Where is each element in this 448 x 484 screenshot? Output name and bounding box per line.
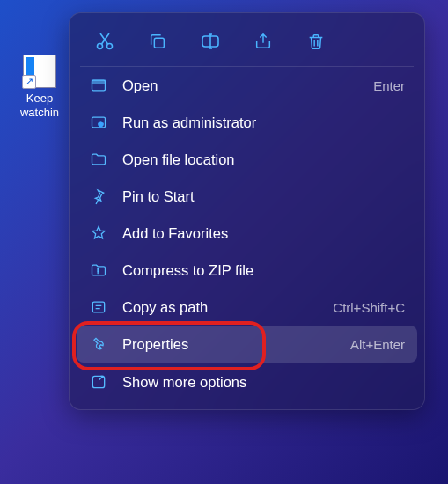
menu-item-add-favorites[interactable]: Add to Favorites <box>77 215 417 252</box>
svg-rect-2 <box>154 38 164 48</box>
more-options-icon <box>89 372 108 392</box>
menu-item-properties[interactable]: Properties Alt+Enter <box>77 326 417 363</box>
menu-item-compress[interactable]: Compress to ZIP file <box>77 252 417 289</box>
menu-item-label: Compress to ZIP file <box>122 262 405 279</box>
svg-rect-5 <box>92 80 106 83</box>
menu-item-label: Pin to Start <box>122 188 405 205</box>
open-icon <box>89 76 108 95</box>
menu-item-run-admin[interactable]: Run as administrator <box>77 104 417 141</box>
menu-item-label: Properties <box>122 336 336 353</box>
menu-item-label: Open <box>122 77 359 94</box>
shortcut-arrow-icon: ↗ <box>22 75 36 89</box>
share-icon[interactable] <box>251 29 275 54</box>
desktop-shortcut[interactable]: ↗ Keep watchin <box>16 55 63 119</box>
delete-icon[interactable] <box>304 29 328 54</box>
menu-item-open-location[interactable]: Open file location <box>77 141 417 178</box>
menu-item-accel: Ctrl+Shift+C <box>333 300 405 315</box>
shield-icon <box>89 113 108 132</box>
folder-icon <box>89 150 108 169</box>
copy-path-icon <box>89 297 108 317</box>
context-menu: Open Enter Run as administrator Open fil… <box>69 12 425 410</box>
menu-item-label: Show more options <box>122 374 405 391</box>
svg-point-0 <box>98 44 103 49</box>
menu-item-accel: Enter <box>373 78 405 93</box>
menu-item-label: Copy as path <box>122 299 319 316</box>
svg-point-1 <box>107 44 113 49</box>
wrench-icon <box>89 334 108 354</box>
star-icon <box>89 224 108 243</box>
rename-icon[interactable] <box>198 29 223 54</box>
desktop-shortcut-label: Keep watchin <box>16 92 63 119</box>
zip-icon <box>89 260 108 280</box>
copy-icon[interactable] <box>145 29 170 54</box>
menu-item-pin-start[interactable]: Pin to Start <box>77 178 417 215</box>
svg-rect-7 <box>92 302 104 312</box>
menu-item-label: Run as administrator <box>122 114 405 131</box>
menu-item-show-more[interactable]: Show more options <box>77 363 417 400</box>
menu-item-label: Add to Favorites <box>122 225 405 242</box>
app-icon: ↗ <box>23 55 56 88</box>
pin-icon <box>89 187 108 206</box>
quick-action-row <box>77 22 417 66</box>
menu-item-copy-path[interactable]: Copy as path Ctrl+Shift+C <box>77 289 417 326</box>
menu-item-open[interactable]: Open Enter <box>77 67 417 104</box>
menu-item-accel: Alt+Enter <box>350 337 405 352</box>
cut-icon[interactable] <box>92 29 117 54</box>
menu-item-label: Open file location <box>122 151 405 168</box>
